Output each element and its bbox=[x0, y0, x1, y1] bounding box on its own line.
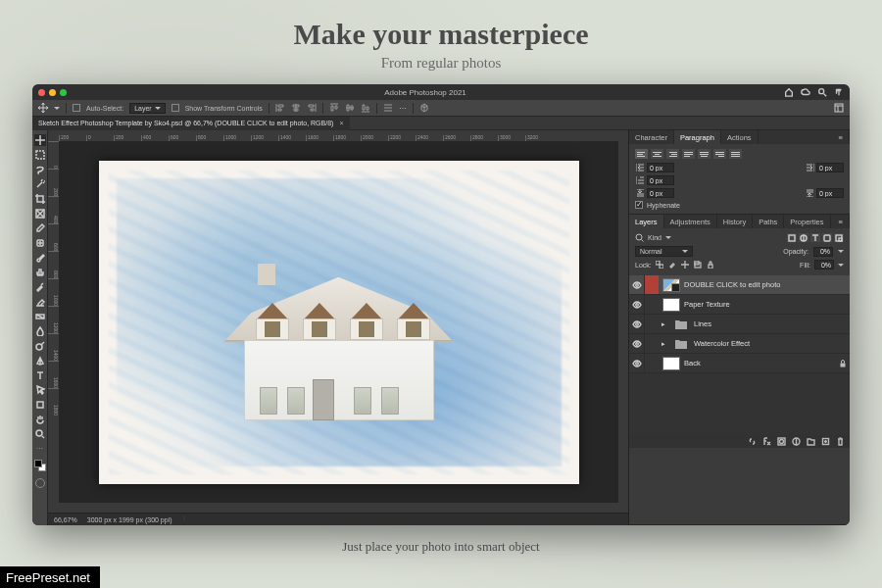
opacity-dropdown[interactable] bbox=[838, 250, 844, 253]
indent-right-field[interactable] bbox=[816, 163, 844, 172]
fill-dropdown[interactable] bbox=[838, 264, 844, 267]
hyphenate-checkbox[interactable] bbox=[635, 201, 643, 209]
distribute-icon[interactable] bbox=[383, 103, 393, 113]
layer-thumb[interactable] bbox=[662, 298, 680, 312]
lock-nesting-icon[interactable] bbox=[694, 261, 703, 270]
tab-properties[interactable]: Properties bbox=[784, 215, 830, 228]
path-select-tool[interactable] bbox=[34, 384, 46, 396]
auto-select-mode[interactable]: Layer bbox=[129, 103, 166, 114]
ruler-horizontal[interactable]: 2000200400600800100012001400160018002000… bbox=[48, 130, 628, 141]
traffic-minimize[interactable] bbox=[49, 89, 56, 96]
layer-row[interactable]: ▸ Watercolor Effect bbox=[629, 334, 850, 354]
fill-field[interactable] bbox=[814, 260, 834, 270]
space-before-field[interactable] bbox=[647, 188, 674, 198]
layer-row[interactable]: ▸ Lines bbox=[629, 315, 850, 334]
justify-center-button[interactable] bbox=[698, 149, 710, 159]
lock-transparency-icon[interactable] bbox=[656, 261, 664, 270]
eyedropper-tool[interactable] bbox=[34, 222, 46, 234]
folder-disclosure-icon[interactable]: ▸ bbox=[659, 340, 668, 348]
canvas[interactable] bbox=[59, 141, 618, 503]
workspace-icon[interactable] bbox=[834, 103, 844, 113]
auto-select-checkbox[interactable] bbox=[73, 104, 80, 112]
type-tool[interactable] bbox=[34, 369, 46, 381]
group-layers-icon[interactable] bbox=[807, 437, 815, 446]
indent-left-field[interactable] bbox=[647, 163, 674, 172]
tab-adjustments[interactable]: Adjustments bbox=[664, 215, 717, 228]
crop-tool[interactable] bbox=[34, 193, 46, 205]
adjustment-layer-icon[interactable] bbox=[792, 437, 801, 446]
home-icon[interactable] bbox=[784, 87, 794, 97]
indent-first-field[interactable] bbox=[647, 175, 674, 185]
traffic-close[interactable] bbox=[38, 89, 45, 96]
align-vcenter-icon[interactable] bbox=[345, 103, 355, 113]
panel-menu-icon[interactable]: ≡ bbox=[833, 130, 850, 144]
marquee-tool[interactable] bbox=[34, 149, 46, 161]
layer-mask-icon[interactable] bbox=[777, 437, 786, 446]
filter-shape-icon[interactable] bbox=[822, 233, 832, 242]
lock-all-icon[interactable] bbox=[707, 261, 715, 270]
stamp-tool[interactable] bbox=[34, 267, 46, 278]
status-chevron[interactable]: 〉 bbox=[182, 514, 189, 524]
opacity-field[interactable] bbox=[813, 247, 833, 257]
ruler-vertical[interactable]: 020040060080010001200140016001800 bbox=[48, 141, 59, 503]
layer-name[interactable]: Paper Texture bbox=[684, 300, 850, 309]
align-hcenter-icon[interactable] bbox=[291, 103, 301, 113]
layer-thumb[interactable] bbox=[662, 357, 680, 370]
filter-pixel-icon[interactable] bbox=[787, 233, 797, 242]
color-swatches[interactable] bbox=[34, 460, 46, 471]
share-icon[interactable] bbox=[834, 87, 844, 97]
delete-layer-icon[interactable] bbox=[836, 437, 845, 446]
gradient-tool[interactable] bbox=[34, 311, 46, 322]
layer-name[interactable]: DOUBLE CLICK to edit photo bbox=[684, 280, 850, 289]
search-icon[interactable] bbox=[817, 87, 827, 97]
link-layers-icon[interactable] bbox=[748, 437, 757, 446]
justify-left-button[interactable] bbox=[682, 149, 695, 159]
scrollbar-vertical[interactable] bbox=[618, 141, 628, 503]
wand-tool[interactable] bbox=[34, 178, 46, 190]
search-layers-icon[interactable] bbox=[635, 233, 644, 242]
layers-panel-menu-icon[interactable]: ≡ bbox=[833, 215, 850, 228]
hand-tool[interactable] bbox=[34, 414, 46, 425]
scrollbar-horizontal[interactable] bbox=[48, 503, 628, 513]
eye-icon[interactable] bbox=[629, 334, 645, 353]
frame-tool[interactable] bbox=[34, 208, 46, 220]
pen-tool[interactable] bbox=[34, 355, 46, 367]
tab-paths[interactable]: Paths bbox=[753, 215, 784, 228]
justify-all-button[interactable] bbox=[729, 149, 742, 159]
layer-row[interactable]: DOUBLE CLICK to edit photo bbox=[629, 275, 850, 295]
folder-disclosure-icon[interactable]: ▸ bbox=[659, 320, 668, 328]
heal-tool[interactable] bbox=[34, 237, 46, 249]
lock-paint-icon[interactable] bbox=[668, 261, 677, 270]
zoom-tool[interactable] bbox=[34, 428, 46, 440]
space-after-field[interactable] bbox=[816, 188, 844, 198]
tool-preset-dropdown[interactable] bbox=[54, 107, 60, 110]
layer-row[interactable]: Paper Texture bbox=[629, 295, 850, 315]
eraser-tool[interactable] bbox=[34, 296, 46, 308]
tab-actions[interactable]: Actions bbox=[721, 130, 759, 144]
traffic-maximize[interactable] bbox=[60, 89, 67, 96]
new-layer-icon[interactable] bbox=[821, 437, 830, 446]
layer-thumb-smart[interactable] bbox=[662, 278, 680, 292]
move-tool[interactable] bbox=[34, 134, 46, 146]
show-transform-checkbox[interactable] bbox=[172, 104, 179, 112]
layer-fx-icon[interactable] bbox=[762, 437, 771, 446]
align-right-icon[interactable] bbox=[307, 103, 317, 113]
eye-icon[interactable] bbox=[629, 275, 645, 294]
align-bottom-icon[interactable] bbox=[361, 103, 370, 113]
layers-empty-area[interactable] bbox=[629, 373, 850, 434]
tab-layers[interactable]: Layers bbox=[629, 215, 664, 228]
layer-name[interactable]: Watercolor Effect bbox=[694, 339, 850, 348]
align-left-button[interactable] bbox=[635, 149, 648, 159]
eye-icon[interactable] bbox=[629, 354, 645, 372]
zoom-level[interactable]: 66,67% bbox=[54, 516, 77, 523]
layer-name[interactable]: Back bbox=[684, 359, 836, 368]
document-tab[interactable]: Sketch Effect Photoshop Template by Sko4… bbox=[32, 117, 350, 130]
align-top-icon[interactable] bbox=[329, 103, 339, 113]
edit-toolbar-icon[interactable]: ⋯ bbox=[36, 445, 43, 453]
tab-paragraph[interactable]: Paragraph bbox=[674, 130, 721, 144]
blur-tool[interactable] bbox=[34, 325, 46, 337]
eye-icon[interactable] bbox=[629, 295, 645, 314]
layer-row[interactable]: Back bbox=[629, 354, 850, 373]
align-left-icon[interactable] bbox=[275, 103, 285, 113]
justify-right-button[interactable] bbox=[713, 149, 726, 159]
